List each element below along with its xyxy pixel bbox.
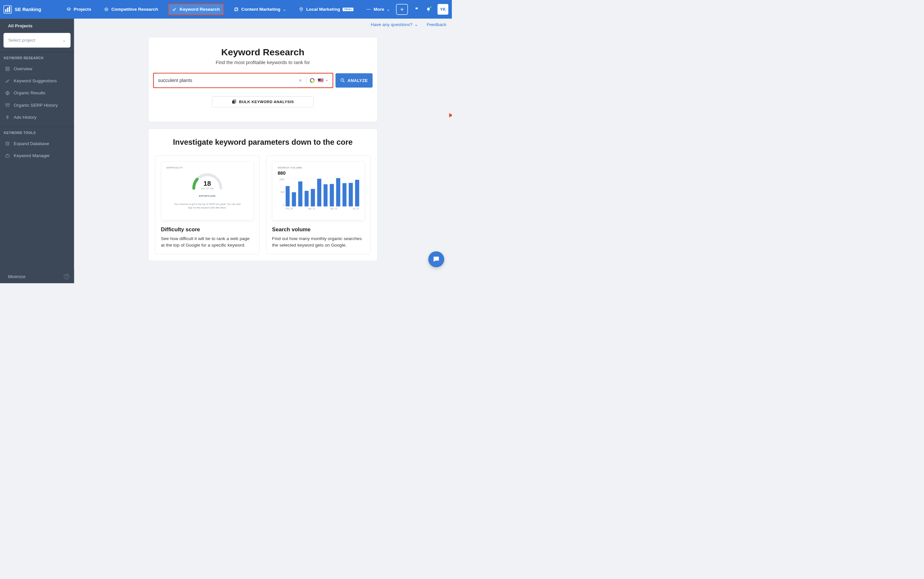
nav-competitive[interactable]: Competitive Research — [101, 5, 161, 14]
top-actions: + YK — [396, 4, 448, 15]
us-flag-icon[interactable] — [318, 79, 323, 83]
main-panel: Keyword Research Find the most profitabl… — [148, 37, 377, 122]
brand-name: SE Ranking — [15, 7, 41, 12]
nav-more-label: More — [373, 7, 384, 12]
sidebar-heading-research: KEYWORD RESEARCH — [3, 56, 71, 60]
svg-point-7 — [369, 9, 370, 10]
brand[interactable]: SE Ranking — [3, 5, 41, 13]
sidebar-item-serp[interactable]: Organic SERP History — [3, 99, 71, 111]
bar — [349, 183, 353, 206]
content-area: Have any questions? Feedback Keyword Res… — [74, 18, 451, 283]
keyword-input[interactable] — [158, 74, 299, 87]
questions-link[interactable]: Have any questions? — [371, 22, 418, 27]
svg-rect-13 — [5, 103, 9, 105]
nav-projects-label: Projects — [74, 7, 91, 12]
location-icon — [299, 7, 304, 12]
key-icon — [172, 7, 177, 12]
more-icon — [366, 7, 371, 12]
difficulty-vis-label: DIFFICULTY — [167, 166, 248, 169]
bar — [305, 191, 309, 206]
minimize-label: Minimize — [8, 274, 25, 280]
svg-point-1 — [106, 9, 107, 10]
bar — [336, 178, 341, 206]
keyword-search-box[interactable]: ✕ — [153, 73, 333, 88]
sidebar-item-ads[interactable]: Ads History — [3, 111, 71, 123]
layers-icon — [66, 7, 71, 12]
svg-point-5 — [367, 9, 368, 10]
minimize-button[interactable]: Minimize — [5, 274, 26, 280]
annotation-arrow — [449, 113, 452, 119]
help-icon[interactable]: ? — [64, 274, 69, 280]
feedback-label: Feedback — [427, 22, 446, 27]
gauge-level: EFFORTLESS — [199, 195, 215, 198]
svg-point-16 — [341, 79, 344, 82]
nav-content-label: Content Marketing — [241, 7, 280, 12]
svg-rect-8 — [5, 67, 7, 68]
add-button[interactable]: + — [396, 4, 408, 15]
nav-keyword-research[interactable]: Keyword Research — [168, 3, 224, 15]
bulk-analysis-button[interactable]: BULK KEYWORD ANALYSIS — [212, 96, 314, 107]
page-subtitle: Find the most profitable keywords to ran… — [155, 60, 371, 65]
clear-icon[interactable]: ✕ — [299, 78, 302, 83]
briefcase-icon — [5, 153, 10, 158]
svg-point-4 — [301, 8, 302, 9]
grid-icon — [5, 66, 10, 71]
difficulty-card-text: See how difficult it will be to rank a w… — [161, 236, 254, 249]
svg-rect-9 — [8, 67, 9, 68]
nav-keyword-label: Keyword Research — [180, 7, 220, 12]
bar — [311, 189, 315, 206]
sidebar-item-expand[interactable]: Expand Database — [3, 137, 71, 150]
gauge-desc: Your chances to get to the top of SERP a… — [172, 202, 242, 209]
nav-content-marketing[interactable]: Content Marketing — [231, 5, 289, 14]
project-selector-placeholder: Select project — [8, 38, 35, 43]
sidebar: All Projects Select project KEYWORD RESE… — [0, 18, 74, 283]
user-avatar[interactable]: YK — [438, 4, 448, 15]
nav-more[interactable]: More — [363, 5, 393, 14]
sidebar-all-projects[interactable]: All Projects — [3, 22, 71, 29]
svg-point-0 — [105, 8, 108, 11]
gauge-out-of: OUT OF 100 — [191, 187, 224, 190]
svg-point-14 — [6, 142, 9, 143]
divider — [306, 77, 307, 84]
google-icon[interactable] — [310, 78, 315, 83]
bar — [343, 183, 347, 206]
bar — [292, 192, 296, 206]
pencil-icon — [5, 79, 10, 83]
chevron-down-icon[interactable] — [325, 79, 328, 82]
flag-icon[interactable] — [414, 7, 419, 12]
trial-badge: TRIAL — [343, 8, 354, 11]
search-icon — [340, 78, 345, 83]
svg-rect-10 — [5, 69, 7, 70]
bar — [323, 185, 328, 206]
sidebar-item-overview[interactable]: Overview — [3, 63, 71, 75]
edit-icon — [234, 7, 239, 12]
analyze-button[interactable]: ANALYZE — [336, 73, 373, 87]
sidebar-item-label: Keyword Suggestions — [14, 79, 57, 83]
nav-projects[interactable]: Projects — [64, 5, 94, 14]
svg-point-2 — [173, 9, 175, 11]
volume-value: 880 — [278, 170, 359, 176]
volume-card-text: Find out how many monthly organic search… — [272, 236, 365, 249]
bar — [298, 182, 302, 206]
difficulty-gauge: 18 OUT OF 100 — [191, 171, 224, 190]
sidebar-item-manager[interactable]: Keyword Manager — [3, 150, 71, 162]
dollar-icon — [5, 115, 10, 120]
bell-icon[interactable] — [426, 7, 431, 12]
sidebar-item-suggestions[interactable]: Keyword Suggestions — [3, 75, 71, 87]
sidebar-item-label: Overview — [14, 66, 32, 72]
svg-rect-11 — [8, 69, 9, 70]
bulk-icon — [232, 100, 237, 105]
nav-items: Projects Competitive Research Keyword Re… — [64, 4, 393, 14]
project-selector[interactable]: Select project — [3, 33, 71, 47]
feedback-link[interactable]: Feedback — [427, 22, 446, 27]
sidebar-all-projects-label: All Projects — [8, 23, 32, 29]
sidebar-item-organic[interactable]: Organic Results — [3, 87, 71, 99]
difficulty-visual: DIFFICULTY 18 OUT OF 100 EFFORTLESS Your… — [161, 161, 254, 220]
volume-chart: 10005000 Oct, 20Jan, 21Apr, 21Jul, 21 — [278, 178, 359, 210]
sidebar-item-label: Organic SERP History — [14, 103, 57, 108]
nav-local-marketing[interactable]: Local Marketing TRIAL — [296, 5, 356, 14]
bar — [317, 178, 322, 206]
page-title: Keyword Research — [155, 47, 371, 57]
chat-fab[interactable] — [428, 252, 444, 267]
svg-point-6 — [368, 9, 369, 10]
